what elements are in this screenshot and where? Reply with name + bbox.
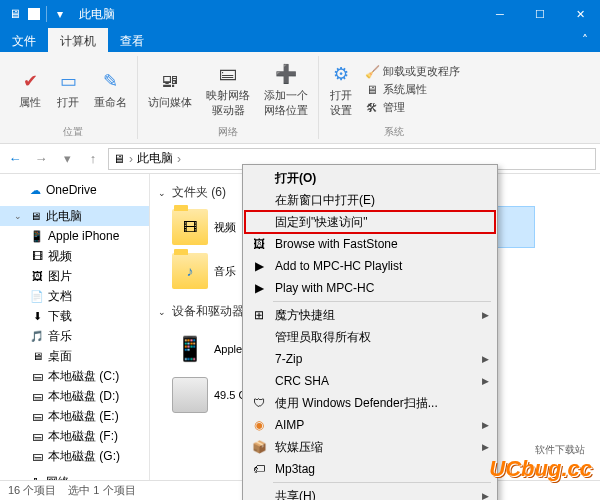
properties-icon: ✔ (18, 69, 42, 93)
settings-icon: ⚙ (329, 62, 353, 86)
maximize-button[interactable]: ☐ (520, 0, 560, 28)
uninstall-button[interactable]: 🧹卸载或更改程序 (363, 63, 462, 80)
forward-button[interactable]: → (30, 148, 52, 170)
desktop-icon: 🖥 (30, 349, 44, 363)
sidebar-item-downloads[interactable]: ⬇下载 (0, 306, 149, 326)
drive-icon: 🖴 (30, 369, 44, 383)
sidebar-item-this-pc[interactable]: ⌄🖥此电脑 (0, 206, 149, 226)
ctx-compress[interactable]: 📦软媒压缩▶ (245, 436, 495, 458)
label: 本地磁盘 (G:) (48, 448, 120, 465)
ctx-defender-scan[interactable]: 🛡使用 Windows Defender扫描... (245, 392, 495, 414)
label: 打开(O) (275, 170, 316, 187)
separator (46, 6, 47, 22)
chevron-right-icon: › (129, 152, 133, 166)
sidebar-item-pictures[interactable]: 🖼图片 (0, 266, 149, 286)
label: 管理员取得所有权 (275, 329, 371, 346)
sidebar-item-desktop[interactable]: 🖥桌面 (0, 346, 149, 366)
open-button[interactable]: ▭ 打开 (52, 56, 84, 123)
ctx-browse-faststone[interactable]: 🖼Browse with FastStone (245, 233, 495, 255)
context-menu: 打开(O) 在新窗口中打开(E) 固定到"快速访问" 🖼Browse with … (242, 164, 498, 500)
label: 视频 (48, 248, 72, 265)
rename-button[interactable]: ✎ 重命名 (90, 56, 131, 123)
ctx-open[interactable]: 打开(O) (245, 167, 495, 189)
sidebar: ☁OneDrive ⌄🖥此电脑 📱Apple iPhone 🎞视频 🖼图片 📄文… (0, 174, 150, 480)
sidebar-item-network[interactable]: ›🖧网络 (0, 472, 149, 480)
label: Add to MPC-HC Playlist (275, 259, 402, 273)
label: 映射网络 驱动器 (206, 88, 250, 118)
ctx-admin-owner[interactable]: 管理员取得所有权 (245, 326, 495, 348)
ctx-open-new-window[interactable]: 在新窗口中打开(E) (245, 189, 495, 211)
mpc-icon: ▶ (251, 280, 267, 296)
sidebar-item-disk-f[interactable]: 🖴本地磁盘 (F:) (0, 426, 149, 446)
sidebar-item-documents[interactable]: 📄文档 (0, 286, 149, 306)
sidebar-item-disk-g[interactable]: 🖴本地磁盘 (G:) (0, 446, 149, 466)
ctx-mpc-play[interactable]: ▶Play with MPC-HC (245, 277, 495, 299)
document-icon: 📄 (30, 289, 44, 303)
label: 音乐 (214, 264, 236, 279)
sidebar-item-music[interactable]: 🎵音乐 (0, 326, 149, 346)
manage-button[interactable]: 🛠管理 (363, 99, 462, 116)
qat-dropdown-icon[interactable]: ▾ (53, 7, 67, 21)
mp3tag-icon: 🏷 (251, 461, 267, 477)
titlebar: 🖥 ▾ 此电脑 ─ ☐ ✕ (0, 0, 600, 28)
ribbon-group-network: 🖳 访问媒体 🖴 映射网络 驱动器 ➕ 添加一个 网络位置 网络 (138, 56, 319, 139)
label: 本地磁盘 (F:) (48, 428, 118, 445)
label: Mp3tag (275, 462, 315, 476)
ctx-mp3tag[interactable]: 🏷Mp3tag (245, 458, 495, 480)
history-dropdown[interactable]: ▾ (56, 148, 78, 170)
ctx-aimp[interactable]: ◉AIMP▶ (245, 414, 495, 436)
sidebar-item-onedrive[interactable]: ☁OneDrive (0, 180, 149, 200)
folder-icon: 🎞 (172, 209, 208, 245)
tab-file[interactable]: 文件 (0, 28, 48, 52)
map-drive-button[interactable]: 🖴 映射网络 驱动器 (202, 56, 254, 123)
ctx-mpc-add[interactable]: ▶Add to MPC-HC Playlist (245, 255, 495, 277)
back-button[interactable]: ← (4, 148, 26, 170)
sidebar-item-videos[interactable]: 🎞视频 (0, 246, 149, 266)
label: 本地磁盘 (C:) (48, 368, 119, 385)
watermark-logo: UCbug.cc (489, 456, 592, 482)
open-settings-button[interactable]: ⚙ 打开 设置 (325, 56, 357, 123)
sys-properties-button[interactable]: 🖥系统属性 (363, 81, 462, 98)
close-button[interactable]: ✕ (560, 0, 600, 28)
tab-view[interactable]: 查看 (108, 28, 156, 52)
ctx-share[interactable]: 共享(H)▶ (245, 485, 495, 500)
label: 卸载或更改程序 (383, 64, 460, 79)
ribbon-group-location: ✔ 属性 ▭ 打开 ✎ 重命名 位置 (8, 56, 138, 139)
group-label: 系统 (384, 123, 404, 139)
folder-icon: ♪ (172, 253, 208, 289)
ctx-pin-quick-access[interactable]: 固定到"快速访问" (245, 211, 495, 233)
ribbon: ✔ 属性 ▭ 打开 ✎ 重命名 位置 🖳 访问媒体 🖴 映射网络 驱动器 (0, 52, 600, 144)
rename-icon: ✎ (99, 69, 123, 93)
up-button[interactable]: ↑ (82, 148, 104, 170)
ctx-magic-group[interactable]: ⊞魔方快捷组▶ (245, 304, 495, 326)
drive-icon: 🖴 (30, 389, 44, 403)
window-title: 此电脑 (75, 6, 480, 23)
drive-icon (172, 377, 208, 413)
minimize-button[interactable]: ─ (480, 0, 520, 28)
access-media-button[interactable]: 🖳 访问媒体 (144, 56, 196, 123)
properties-button[interactable]: ✔ 属性 (14, 56, 46, 123)
label: 添加一个 网络位置 (264, 88, 308, 118)
chevron-down-icon: ⌄ (158, 307, 166, 317)
qat-checkbox-icon[interactable] (28, 8, 40, 20)
tab-computer[interactable]: 计算机 (48, 28, 108, 52)
ctx-7zip[interactable]: 7-Zip▶ (245, 348, 495, 370)
selected-count: 选中 1 个项目 (68, 483, 135, 498)
phone-icon: 📱 (172, 331, 208, 367)
ribbon-collapse-button[interactable]: ˄ (570, 28, 600, 52)
download-icon: ⬇ (30, 309, 44, 323)
label: 文件夹 (6) (172, 184, 226, 201)
label: 图片 (48, 268, 72, 285)
sidebar-item-disk-d[interactable]: 🖴本地磁盘 (D:) (0, 386, 149, 406)
sidebar-item-iphone[interactable]: 📱Apple iPhone (0, 226, 149, 246)
video-icon: 🎞 (30, 249, 44, 263)
menubar: 文件 计算机 查看 ˄ (0, 28, 600, 52)
drive-icon: 🖴 (30, 449, 44, 463)
sidebar-item-disk-c[interactable]: 🖴本地磁盘 (C:) (0, 366, 149, 386)
compress-icon: 📦 (251, 439, 267, 455)
ctx-crc-sha[interactable]: CRC SHA▶ (245, 370, 495, 392)
add-network-button[interactable]: ➕ 添加一个 网络位置 (260, 56, 312, 123)
sidebar-item-disk-e[interactable]: 🖴本地磁盘 (E:) (0, 406, 149, 426)
label: OneDrive (46, 183, 97, 197)
uninstall-icon: 🧹 (365, 65, 379, 79)
